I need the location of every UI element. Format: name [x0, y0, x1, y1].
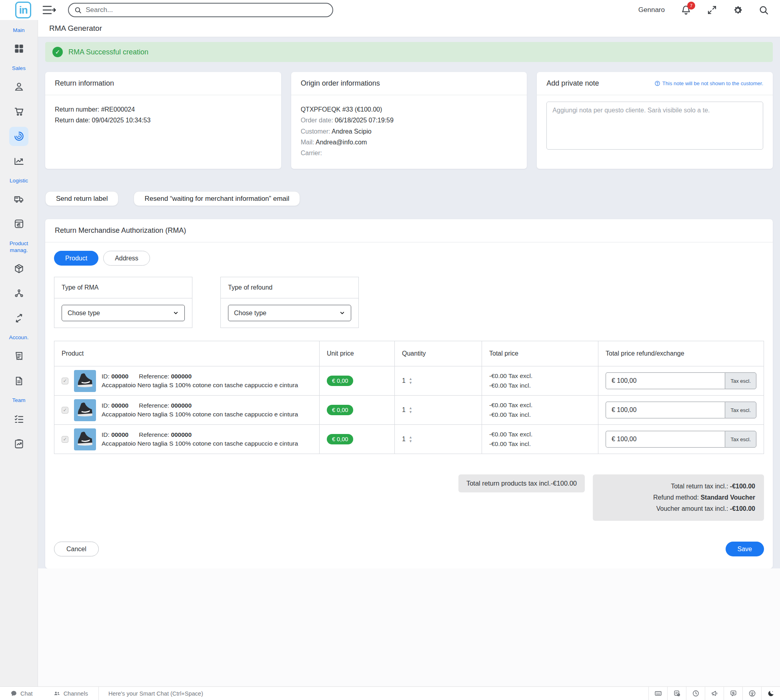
col-total-refund: Total price refund/exchange [598, 341, 764, 366]
content-area: ✓ RMA Successful creation Return informa… [38, 37, 780, 568]
return-date-value: 09/04/2025 10:34:53 [92, 117, 151, 124]
product-image [74, 428, 96, 450]
username[interactable]: Gennaro [638, 6, 665, 14]
send-return-label-button[interactable]: Send return label [45, 191, 118, 206]
report-board-icon [14, 438, 24, 449]
sidebar-item-reports[interactable] [9, 434, 28, 453]
sidebar-item-dashboard[interactable] [9, 39, 28, 58]
summary-label: Total return tax incl.: [671, 483, 728, 490]
box-return-icon [14, 218, 24, 229]
sidebar-item-categories[interactable] [9, 284, 28, 303]
product-reference-label: Reference: [139, 402, 169, 409]
sidebar-section-main: Main [13, 27, 24, 34]
type-of-rma-value: Chose type [68, 310, 100, 317]
product-id-label: ID: [102, 431, 110, 438]
rma-title: Return Merchandise Authorization (RMA) [45, 219, 773, 242]
app-logo[interactable]: in [15, 2, 31, 18]
topbar: in Gennaro 7 [0, 0, 780, 20]
type-of-rma-box: Type of RMA Chose type [54, 277, 192, 328]
row-checkbox[interactable]: ✓ [62, 407, 68, 414]
global-search[interactable] [68, 3, 333, 17]
quantity-stepper[interactable]: ▲▼ [409, 407, 412, 414]
dashboard-grid-icon [14, 43, 24, 54]
quantity-stepper[interactable]: ▲▼ [409, 378, 412, 384]
sidebar-item-customers[interactable] [9, 77, 28, 96]
summary-value: Standard Voucher [700, 494, 755, 501]
tax-excl-button[interactable]: Tax escl. [725, 402, 756, 418]
chevron-down-icon [339, 310, 345, 316]
success-check-icon: ✓ [52, 47, 63, 57]
sidebar-item-orders[interactable] [9, 102, 28, 121]
history-clock-icon[interactable] [686, 687, 705, 700]
refund-amount-input[interactable] [606, 372, 725, 389]
product-description: Accappatoio Nero taglia S 100% cotone co… [102, 382, 298, 388]
private-note-hint-text: This note will be not shown to the custo… [662, 80, 763, 86]
tasks-done-icon[interactable] [667, 687, 686, 700]
tab-address[interactable]: Address [103, 251, 150, 266]
product-reference-label: Reference: [139, 373, 169, 380]
search-icon-secondary[interactable] [759, 5, 769, 15]
tax-excl-button[interactable]: Tax escl. [725, 431, 756, 448]
type-of-rma-label: Type of RMA [54, 277, 192, 298]
search-input[interactable] [86, 6, 327, 14]
save-button[interactable]: Save [726, 542, 764, 556]
quantity-value[interactable]: 1 [402, 377, 406, 384]
smart-chat-input[interactable]: Here's your Smart Chat (Ctrl+Space) [99, 690, 213, 697]
refund-amount-input[interactable] [606, 431, 725, 448]
returns-target-icon [14, 131, 24, 142]
sidebar-item-products[interactable] [9, 259, 28, 278]
return-information-card: Return information Return number: #RE000… [45, 72, 281, 169]
product-description: Accappatoio Nero taglia S 100% cotone co… [102, 440, 298, 447]
unit-price-badge: € 0,00 [327, 376, 353, 386]
dark-mode-moon-icon[interactable] [761, 687, 780, 700]
checklist-icon [14, 414, 24, 424]
announcements-megaphone-icon[interactable] [705, 687, 724, 700]
order-date-line: Order date: 06/18/2025 07:19:59 [301, 115, 518, 126]
settings-gear-icon[interactable] [733, 5, 743, 15]
product-id: 00000 [111, 373, 128, 380]
quantity-value[interactable]: 1 [402, 406, 406, 414]
feedback-return-icon[interactable] [724, 687, 742, 700]
accessibility-icon[interactable] [742, 687, 761, 700]
carrier-line: Carrier: [301, 148, 518, 158]
type-of-rma-select[interactable]: Chose type [62, 305, 185, 321]
row-checkbox[interactable]: ✓ [62, 378, 68, 384]
return-date-label: Return date: [55, 117, 90, 124]
order-date-label: Order date: [301, 117, 333, 124]
sidebar-item-return-packages[interactable] [9, 214, 28, 234]
refund-amount-input[interactable] [606, 402, 725, 418]
chart-trend-icon [14, 156, 24, 166]
tax-excl-button[interactable]: Tax escl. [725, 372, 756, 389]
sidebar-item-invoices[interactable] [9, 346, 28, 366]
channels-button[interactable]: Channels [43, 687, 98, 700]
fullscreen-expand-icon[interactable] [707, 5, 717, 15]
cancel-button[interactable]: Cancel [54, 542, 99, 556]
sidebar-item-tasks[interactable] [9, 409, 28, 428]
keyboard-shortcuts-icon[interactable] [648, 687, 667, 700]
type-of-refund-select[interactable]: Chose type [228, 305, 351, 321]
notifications-bell-icon[interactable]: 7 [681, 5, 691, 15]
sidebar-toggle-icon[interactable] [42, 5, 56, 15]
quantity-value[interactable]: 1 [402, 436, 406, 443]
receipt-icon [14, 351, 24, 362]
row-checkbox[interactable]: ✓ [62, 436, 68, 443]
col-product: Product [54, 341, 320, 366]
resend-email-button[interactable]: Resend “waiting for merchant information… [134, 191, 300, 206]
chat-button[interactable]: Chat [0, 687, 43, 700]
sidebar-item-transfers[interactable] [9, 308, 28, 328]
quantity-stepper[interactable]: ▲▼ [409, 436, 412, 443]
private-note-title: Add private note [546, 79, 599, 88]
product-id: 00000 [111, 431, 128, 438]
sidebar-item-returns[interactable] [9, 127, 28, 146]
total-tax-excl: -€0.00 Tax excl. [489, 431, 532, 438]
private-note-textarea[interactable] [546, 102, 763, 150]
sidebar-item-analytics[interactable] [9, 152, 28, 171]
summary-value: -€100.00 [730, 483, 755, 490]
summary-line: Refund method: Standard Voucher [602, 492, 755, 503]
sidebar-section-accounting: Accoun. [9, 334, 29, 341]
package-icon [14, 263, 24, 274]
product-id-label: ID: [102, 373, 110, 380]
sidebar-item-documents[interactable] [9, 371, 28, 390]
sidebar-item-shipping[interactable] [9, 190, 28, 209]
tab-product[interactable]: Product [54, 251, 98, 266]
